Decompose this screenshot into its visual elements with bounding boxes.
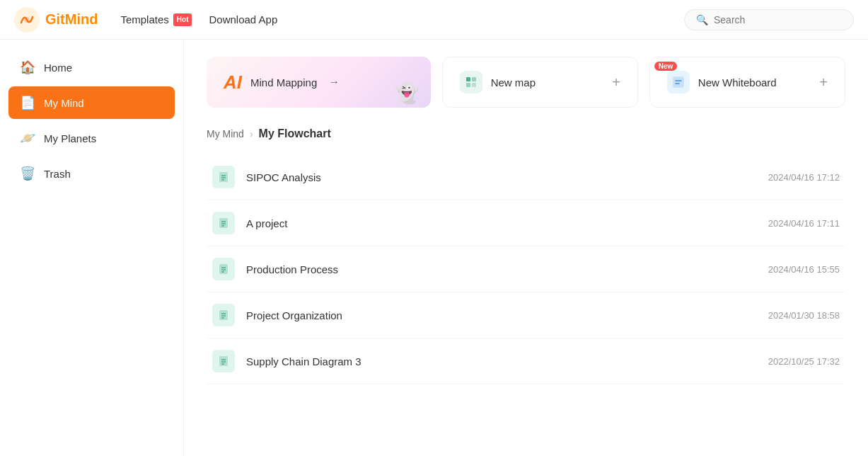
svg-rect-25 xyxy=(219,356,228,366)
my-mind-icon: 📄 xyxy=(20,95,35,110)
file-row[interactable]: Project Organization 2024/01/30 18:58 xyxy=(207,292,845,338)
new-whiteboard-badge: New xyxy=(654,62,678,71)
nav-download-app[interactable]: Download App xyxy=(209,13,277,25)
svg-rect-13 xyxy=(219,218,228,228)
file-row[interactable]: Production Process 2024/04/16 15:55 xyxy=(207,246,845,292)
new-map-icon xyxy=(460,71,482,93)
file-name-1: A project xyxy=(246,217,768,229)
file-name-3: Project Organization xyxy=(246,309,768,321)
search-input[interactable] xyxy=(714,14,842,25)
file-row[interactable]: A project 2024/04/16 17:11 xyxy=(207,200,845,246)
ai-label: AI xyxy=(224,72,242,93)
file-date-2: 2024/04/16 15:55 xyxy=(768,264,840,275)
file-name-2: Production Process xyxy=(246,263,768,275)
file-icon-0 xyxy=(212,166,235,188)
file-icon-4 xyxy=(212,350,235,372)
main-nav: Templates Hot Download App xyxy=(120,13,277,26)
new-map-label: New map xyxy=(491,76,536,89)
nav-templates[interactable]: Templates Hot xyxy=(120,13,192,26)
file-date-3: 2024/01/30 18:58 xyxy=(768,310,840,321)
sidebar-item-my-planets[interactable]: 🪐 My Planets xyxy=(8,122,175,154)
svg-point-1 xyxy=(24,17,30,23)
header: GitMind Templates Hot Download App 🔍 xyxy=(0,0,868,40)
trash-icon: 🗑️ xyxy=(20,166,35,181)
mind-mapping-card[interactable]: AI Mind Mapping → 👻 xyxy=(207,57,431,108)
hot-badge: Hot xyxy=(173,13,192,26)
file-date-4: 2022/10/25 17:32 xyxy=(768,356,840,367)
emoji-decoration: 👻 xyxy=(395,81,419,105)
layout: 🏠 Home 📄 My Mind 🪐 My Planets 🗑️ Trash A… xyxy=(0,40,868,456)
svg-rect-17 xyxy=(219,264,228,274)
logo[interactable]: GitMind xyxy=(14,7,98,33)
whiteboard-icon xyxy=(667,71,690,93)
breadcrumb-current: My Flowchart xyxy=(259,127,331,140)
file-date-1: 2024/04/16 17:11 xyxy=(768,218,840,229)
file-name-0: SIPOC Analysis xyxy=(246,171,768,183)
svg-rect-2 xyxy=(466,77,470,81)
mind-mapping-label: Mind Mapping xyxy=(250,76,317,89)
svg-rect-9 xyxy=(219,172,228,182)
svg-rect-21 xyxy=(219,310,228,320)
svg-rect-3 xyxy=(472,77,476,81)
search-icon: 🔍 xyxy=(696,14,708,25)
logo-icon xyxy=(14,7,40,33)
new-whiteboard-card[interactable]: New New Whiteboard + xyxy=(649,57,845,108)
search-bar[interactable]: 🔍 xyxy=(684,9,854,30)
file-list: SIPOC Analysis 2024/04/16 17:12 A projec… xyxy=(207,154,845,384)
new-map-plus-icon: + xyxy=(612,74,620,91)
home-icon: 🏠 xyxy=(20,59,35,75)
new-whiteboard-label: New Whiteboard xyxy=(698,76,777,89)
new-map-card[interactable]: New map + xyxy=(442,57,638,108)
file-row[interactable]: SIPOC Analysis 2024/04/16 17:12 xyxy=(207,154,845,200)
file-icon-3 xyxy=(212,304,235,326)
sidebar-item-home[interactable]: 🏠 Home xyxy=(8,51,175,84)
svg-rect-5 xyxy=(472,83,476,87)
sidebar: 🏠 Home 📄 My Mind 🪐 My Planets 🗑️ Trash xyxy=(0,40,184,456)
file-icon-2 xyxy=(212,258,235,280)
file-name-4: Supply Chain Diagram 3 xyxy=(246,355,768,367)
svg-rect-4 xyxy=(466,83,470,87)
new-whiteboard-plus-icon: + xyxy=(819,74,828,91)
breadcrumb-parent[interactable]: My Mind xyxy=(207,128,244,139)
main-content: AI Mind Mapping → 👻 New map + xyxy=(184,40,868,456)
file-icon-1 xyxy=(212,212,235,234)
sidebar-item-trash[interactable]: 🗑️ Trash xyxy=(8,157,175,190)
sidebar-item-my-mind[interactable]: 📄 My Mind xyxy=(8,86,175,119)
breadcrumb: My Mind › My Flowchart xyxy=(207,127,845,140)
arrow-icon: → xyxy=(328,76,340,89)
my-planets-icon: 🪐 xyxy=(20,130,35,146)
logo-text: GitMind xyxy=(45,11,98,28)
svg-rect-6 xyxy=(673,77,683,87)
action-cards-row: AI Mind Mapping → 👻 New map + xyxy=(207,57,845,108)
breadcrumb-separator: › xyxy=(250,128,253,139)
file-date-0: 2024/04/16 17:12 xyxy=(768,172,840,183)
file-row[interactable]: Supply Chain Diagram 3 2022/10/25 17:32 xyxy=(207,338,845,384)
